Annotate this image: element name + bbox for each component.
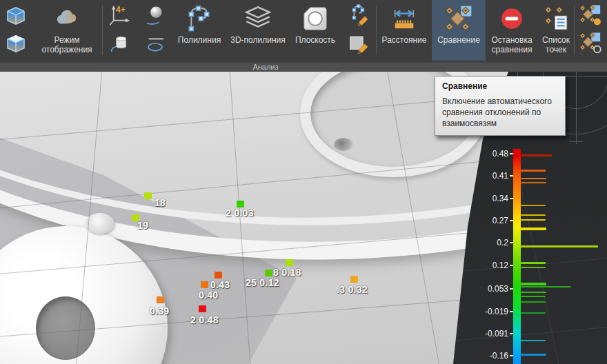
stop-icon (500, 7, 524, 30)
deviation-marker[interactable] (201, 281, 208, 288)
sphere-button[interactable] (143, 4, 167, 28)
edit-plane-button[interactable] (346, 32, 370, 55)
ribbon-group-bar: Анализ (0, 62, 607, 72)
histogram-line (521, 245, 598, 247)
coordinate-system-button[interactable]: 4+ (108, 4, 132, 28)
histogram-line (521, 283, 546, 285)
scale-tick: 0.053 (464, 283, 513, 294)
compare-sphere-outline-button[interactable] (579, 32, 602, 55)
cylinder-button[interactable] (108, 32, 132, 55)
edit-polyline-button[interactable] (346, 4, 370, 28)
distance-button[interactable]: Расстояние (377, 0, 432, 61)
compare-sphere-outline-icon (579, 32, 602, 55)
sphere-icon (144, 5, 166, 27)
distance-label: Расстояние (382, 36, 427, 46)
deviation-marker[interactable] (199, 305, 206, 312)
axis-count-badge: 4+ (116, 5, 126, 14)
histogram-line (521, 214, 546, 216)
deviation-label: 2 0.03 (226, 208, 254, 219)
scale-tick: 0.48 (464, 148, 513, 159)
histogram-line (521, 178, 546, 179)
histogram-line (521, 262, 546, 264)
scale-tick: 0.27 (464, 215, 513, 226)
compare-sphere-filled-button[interactable] (579, 4, 602, 28)
histogram-line (521, 267, 546, 268)
histogram-line (521, 286, 571, 287)
polyline-icon (186, 5, 213, 32)
point-list-label: Список точек (538, 36, 574, 55)
model-bump (86, 213, 115, 234)
polyline3d-button[interactable]: 3D-полилиния (226, 0, 290, 61)
polyline-button[interactable]: Полилиния (173, 0, 226, 61)
point-list-icon (543, 6, 569, 32)
stop-compare-button[interactable]: Остановка сравнения (486, 0, 538, 61)
model-torus-hole (36, 296, 95, 360)
flatten-button[interactable] (143, 32, 167, 55)
solid-box-icon (5, 32, 27, 54)
histogram-line (521, 354, 546, 356)
compare-tooltip: Сравнение Включение автоматического срав… (435, 76, 566, 136)
histogram-line (521, 292, 546, 293)
plane-pencil-icon (346, 32, 370, 55)
compare-label: Сравнение (437, 36, 480, 46)
histogram-line (521, 296, 546, 297)
deviation-marker[interactable] (286, 259, 293, 266)
color-scale-bar (513, 149, 521, 364)
open-box-icon (5, 5, 27, 27)
axis-cylinder-buttons: 4+ (103, 0, 137, 61)
deviation-marker[interactable] (215, 272, 222, 279)
compare-sphere-filled-icon (579, 4, 602, 28)
display-mode-button[interactable]: Режим отображения (32, 0, 102, 61)
scale-tick: 0.41 (464, 170, 513, 181)
histogram-line (521, 170, 546, 172)
open-box-button[interactable] (4, 4, 28, 28)
cylinder-icon (109, 32, 131, 54)
application-window: Режим отображения 4+ (0, 0, 607, 364)
3d-viewport[interactable]: 18192 0.038 0.1825 0.120.430.400.392 0.4… (0, 72, 607, 364)
point-list-button[interactable]: Список точек (538, 0, 574, 61)
deviation-marker[interactable] (265, 270, 272, 276)
histogram-line (521, 205, 546, 206)
polyline3d-label: 3D-полилиния (230, 36, 285, 46)
histogram-line (521, 154, 552, 156)
deviation-label: 19 (137, 220, 148, 231)
histogram-line (521, 340, 546, 341)
scale-tick: -0.16 (464, 350, 513, 361)
edit-buttons (340, 0, 376, 61)
deviation-marker[interactable] (157, 296, 164, 303)
compare-icon (445, 5, 472, 32)
display-mode-label: Режим отображения (32, 36, 102, 55)
group-label-analysis: Анализ (235, 63, 297, 71)
plane-icon (301, 4, 330, 33)
tooltip-title: Сравнение (442, 81, 558, 91)
deviation-label: 2 0.48 (190, 314, 219, 325)
deviation-marker[interactable] (144, 192, 152, 199)
deviation-label: 25 0.12 (246, 277, 279, 288)
stop-compare-label: Остановка сравнения (486, 36, 538, 55)
deviation-label: 0.43 (210, 279, 230, 290)
scale-tick: -0.019 (464, 306, 513, 317)
ribbon-toolbar: Режим отображения 4+ (0, 0, 607, 62)
deviation-label: 8 0.18 (273, 267, 301, 278)
histogram-line (521, 219, 546, 221)
plane-button[interactable]: Плоскость (290, 0, 340, 61)
scale-tick: 0.2 (464, 237, 513, 248)
histogram-line (521, 312, 546, 314)
flatten-icon (144, 32, 166, 54)
polyline-pencil-icon (346, 4, 370, 28)
deviation-label: 0.39 (150, 305, 169, 316)
compare-button[interactable]: Сравнение (432, 0, 486, 61)
histogram-line (521, 182, 546, 183)
deviation-label: .3 0.32 (337, 284, 368, 295)
compare-sphere-buttons (575, 0, 606, 61)
solid-box-button[interactable] (4, 32, 28, 55)
distance-icon (390, 5, 418, 32)
sphere-flatten-buttons (137, 0, 173, 61)
navigation-tick (569, 141, 583, 142)
deviation-label: 18 (155, 197, 166, 208)
plane-label: Плоскость (295, 36, 335, 46)
histogram-line (521, 301, 546, 303)
scale-tick: 0.34 (464, 193, 513, 204)
deviation-marker[interactable] (237, 201, 244, 208)
deviation-marker[interactable] (350, 276, 358, 283)
